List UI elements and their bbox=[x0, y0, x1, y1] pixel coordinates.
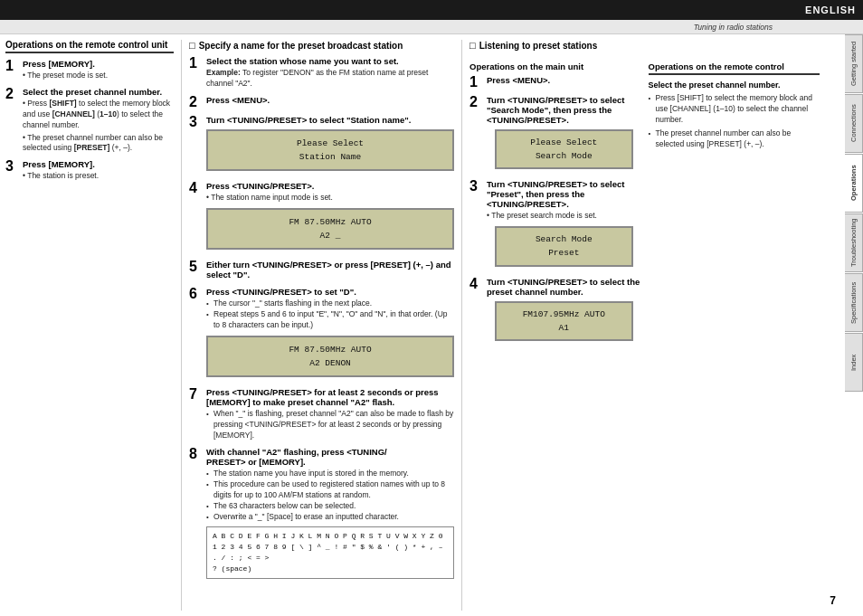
step-body: Example: To register "DENON" as the FM s… bbox=[206, 68, 454, 90]
lcd-display-r3: FM107.95MHz AUTOA1 bbox=[495, 301, 633, 341]
step-body: • The preset search mode is set. bbox=[487, 211, 641, 222]
lcd-display-r2: Search ModePreset bbox=[495, 226, 633, 266]
step-number: 4 bbox=[469, 277, 482, 291]
step-title: Press <TUNING/PRESET> to set "D". bbox=[206, 287, 454, 297]
step-title: Turn <TUNING/PRESET> to select "Search M… bbox=[487, 95, 641, 125]
step-title: Turn <TUNING/PRESET> to select "Preset",… bbox=[487, 179, 641, 209]
side-tab-troubleshooting[interactable]: Troubleshooting bbox=[845, 213, 863, 272]
step-number: 2 bbox=[5, 87, 18, 101]
step-bullets: When "_" is flashing, preset channel "A2… bbox=[206, 409, 454, 441]
step-body: • The preset mode is set. bbox=[23, 71, 174, 81]
middle-column: Specify a name for the preset broadcast … bbox=[182, 40, 462, 611]
lcd-display-1: Please Select Station Name bbox=[206, 129, 454, 171]
step-number: 2 bbox=[189, 95, 202, 109]
right-step-1: 1 Press <MENU>. bbox=[469, 75, 641, 90]
step-title: Turn <TUNING/PRESET> to select the prese… bbox=[487, 277, 641, 297]
right-left-section: Operations on the main unit 1 Press <MEN… bbox=[469, 56, 641, 351]
bullet-item: The preset channel number can also be se… bbox=[649, 128, 820, 150]
mid-step-7: 7 Press <TUNING/PRESET> for at least 2 s… bbox=[189, 387, 454, 441]
lcd-display-2: FM 87.50MHz AUTO A2 _ bbox=[206, 208, 454, 250]
side-tab-index[interactable]: Index bbox=[845, 333, 863, 392]
step-number: 3 bbox=[189, 115, 202, 129]
step-title: Either turn <TUNING/PRESET> or press [PR… bbox=[206, 260, 454, 280]
step-number: 8 bbox=[189, 447, 202, 461]
step-bullets: The station name you have input is store… bbox=[206, 469, 454, 522]
step-title: Press [MEMORY]. bbox=[23, 159, 174, 169]
step-number: 4 bbox=[189, 181, 202, 195]
step-number: 3 bbox=[469, 179, 482, 194]
side-tab-getting-started[interactable]: Getting started bbox=[845, 34, 863, 93]
main-content: Operations on the remote control unit 1 … bbox=[0, 34, 863, 616]
mid-step-5: 5 Either turn <TUNING/PRESET> or press [… bbox=[189, 260, 454, 281]
bullet-item: This procedure can be used to registered… bbox=[206, 479, 454, 501]
bullet-item: When "_" is flashing, preset channel "A2… bbox=[206, 409, 454, 441]
step-title: With channel "A2" flashing, press <TUNIN… bbox=[206, 447, 454, 467]
step-title: Select the preset channel number. bbox=[23, 87, 174, 97]
left-step-2: 2 Select the preset channel number. • Pr… bbox=[5, 87, 174, 154]
step-number: 2 bbox=[469, 95, 482, 109]
bullet-item: Repeat steps 5 and 6 to input "E", "N", … bbox=[206, 309, 454, 331]
language-title: ENGLISH bbox=[805, 5, 856, 15]
page-number: 7 bbox=[830, 594, 836, 607]
bullet-item: The 63 characters below can be selected. bbox=[206, 501, 454, 512]
bullet-item: The station name you have input is store… bbox=[206, 469, 454, 479]
mid-step-4: 4 Press <TUNING/PRESET>. • The station n… bbox=[189, 181, 454, 254]
step-body-2: • The preset channel number can also be … bbox=[23, 133, 174, 155]
step-body: • The station is preset. bbox=[23, 171, 174, 182]
bullet-item: The cursor "_" starts flashing in the ne… bbox=[206, 299, 454, 309]
right-step-3: 3 Turn <TUNING/PRESET> to select "Preset… bbox=[469, 179, 641, 270]
step-body: • The station name input mode is set. bbox=[206, 193, 454, 204]
left-heading: Operations on the remote control unit bbox=[5, 40, 174, 53]
step-number: 1 bbox=[5, 59, 18, 73]
right-step-4: 4 Turn <TUNING/PRESET> to select the pre… bbox=[469, 277, 641, 346]
side-tab-connections[interactable]: Connections bbox=[845, 94, 863, 153]
step-number: 7 bbox=[189, 387, 202, 402]
left-step-1: 1 Press [MEMORY]. • The preset mode is s… bbox=[5, 59, 174, 81]
step-number: 1 bbox=[189, 56, 202, 71]
right-heading: Listening to preset stations bbox=[469, 40, 820, 51]
remote-control-heading: Select the preset channel number. bbox=[649, 81, 820, 90]
step-title: Press <MENU>. bbox=[487, 75, 641, 85]
mid-step-3: 3 Turn <TUNING/PRESET> to select "Statio… bbox=[189, 115, 454, 175]
left-step-3: 3 Press [MEMORY]. • The station is prese… bbox=[5, 159, 174, 182]
step-title: Turn <TUNING/PRESET> to select "Station … bbox=[206, 115, 454, 125]
step-title: Press <TUNING/PRESET>. bbox=[206, 181, 454, 191]
subtitle-text: Tuning in radio stations bbox=[694, 23, 773, 32]
side-tab-specifications[interactable]: Specifications bbox=[845, 273, 863, 332]
mid-step-2: 2 Press <MENU>. bbox=[189, 95, 454, 109]
lcd-display-3: FM 87.50MHz AUTO A2 DENON bbox=[206, 336, 454, 377]
right-right-subheading: Operations on the remote control bbox=[649, 62, 820, 75]
right-left-subheading: Operations on the main unit bbox=[469, 62, 641, 71]
step-number: 6 bbox=[189, 287, 202, 301]
remote-bullets: Press [SHIFT] to select the memory block… bbox=[649, 93, 820, 149]
mid-step-1: 1 Select the station whose name you want… bbox=[189, 56, 454, 90]
step-number: 1 bbox=[469, 75, 482, 90]
step-number: 5 bbox=[189, 260, 202, 274]
side-tab-operations[interactable]: Operations bbox=[845, 154, 863, 213]
right-right-section: Operations on the remote control Select … bbox=[649, 56, 820, 351]
top-bar: ENGLISH bbox=[0, 0, 863, 20]
bullet-item: Overwrite a "_" [Space] to erase an inpu… bbox=[206, 512, 454, 523]
side-tabs: Getting started Connections Operations T… bbox=[845, 34, 863, 392]
bullet-item: Press [SHIFT] to select the memory block… bbox=[649, 93, 820, 126]
step-number: 3 bbox=[5, 159, 18, 174]
step-title: Press <MENU>. bbox=[206, 95, 454, 105]
right-column: Listening to preset stations Operations … bbox=[462, 40, 838, 611]
right-step-2: 2 Turn <TUNING/PRESET> to select "Search… bbox=[469, 95, 641, 174]
step-title: Press <TUNING/PRESET> for at least 2 sec… bbox=[206, 387, 454, 407]
step-title: Press [MEMORY]. bbox=[23, 59, 174, 69]
lcd-display-r1: Please SelectSearch Mode bbox=[495, 129, 633, 169]
step-bullets: The cursor "_" starts flashing in the ne… bbox=[206, 299, 454, 331]
subtitle-bar: Tuning in radio stations bbox=[0, 20, 863, 34]
middle-heading: Specify a name for the preset broadcast … bbox=[189, 40, 454, 51]
step-title: Select the station whose name you want t… bbox=[206, 56, 454, 66]
step-body: • Press [SHIFT] to select the memory blo… bbox=[23, 99, 174, 131]
left-column: Operations on the remote control unit 1 … bbox=[5, 40, 182, 611]
mid-step-8: 8 With channel "A2" flashing, press <TUN… bbox=[189, 447, 454, 578]
right-two-cols: Operations on the main unit 1 Press <MEN… bbox=[469, 56, 820, 351]
mid-step-6: 6 Press <TUNING/PRESET> to set "D". The … bbox=[189, 287, 454, 382]
character-table: A B C D E F G H I J K L M N O P Q R S T … bbox=[206, 526, 454, 579]
